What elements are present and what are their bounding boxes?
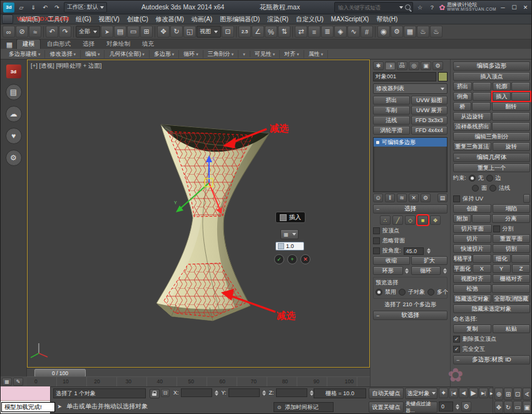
orbit-icon[interactable]: [504, 401, 513, 413]
select-object-icon[interactable]: [101, 26, 113, 38]
pan-icon[interactable]: [494, 401, 503, 413]
extrude-settings-icon[interactable]: [473, 82, 491, 91]
unhide-all-button[interactable]: 全部取消隐藏: [493, 294, 531, 303]
border-mode-icon[interactable]: [405, 215, 416, 225]
gear-icon[interactable]: [6, 150, 22, 166]
select-and-link-icon[interactable]: [3, 26, 15, 38]
redo-icon[interactable]: [52, 3, 62, 12]
bevel-settings-icon[interactable]: [473, 92, 491, 101]
constraint-edge-radio[interactable]: [486, 175, 493, 182]
unlink-selection-icon[interactable]: [16, 26, 28, 38]
group-properties[interactable]: 属性: [304, 50, 328, 58]
hinge-from-edge-button[interactable]: 从边旋转: [453, 112, 491, 121]
ring-button[interactable]: 环形: [373, 266, 403, 275]
current-frame-field[interactable]: 0: [439, 401, 453, 411]
bind-spacewarp-icon[interactable]: [29, 26, 41, 38]
menu-create[interactable]: 创建(C): [123, 15, 152, 24]
caddy-apply-button[interactable]: [287, 254, 297, 264]
full-interactivity-checkbox[interactable]: [453, 346, 460, 353]
modifier-button[interactable]: FFD 4x4x4: [411, 126, 448, 135]
angle-snap-icon[interactable]: [252, 26, 264, 38]
slice-button[interactable]: 切片: [453, 234, 491, 243]
group-align[interactable]: 对齐: [280, 50, 304, 58]
snap-toggle-icon[interactable]: 2.5: [238, 26, 251, 38]
cloud-icon[interactable]: [6, 106, 22, 122]
undo-icon[interactable]: [40, 3, 50, 12]
loop-spinner[interactable]: [442, 268, 448, 274]
play-icon[interactable]: [469, 388, 478, 398]
rectangular-region-icon[interactable]: [127, 26, 140, 38]
grow-button[interactable]: 扩大: [411, 256, 448, 265]
inset-button[interactable]: 插入: [493, 92, 511, 101]
modifier-stack[interactable]: 可编辑多边形: [373, 137, 448, 192]
menu-edit[interactable]: 编辑(E): [16, 15, 44, 24]
time-configuration-icon[interactable]: [461, 401, 471, 411]
hide-unselected-button[interactable]: 隐藏未选定对象: [453, 304, 530, 313]
paste-button[interactable]: 粘贴: [493, 324, 531, 333]
group-loops[interactable]: 循环: [179, 50, 203, 58]
ribbon-toggle-icon[interactable]: [334, 26, 347, 38]
key-filters-button[interactable]: 关键点过滤器...: [405, 401, 437, 413]
auto-key-button[interactable]: 自动关键点: [369, 388, 404, 399]
group-geometry-all[interactable]: 几何体(全部): [105, 50, 149, 58]
chevron-down-icon[interactable]: [399, 6, 403, 9]
view-align-button[interactable]: 视图对齐: [453, 274, 491, 283]
display-tab-icon[interactable]: [421, 61, 431, 70]
relax-settings-icon[interactable]: [492, 284, 530, 293]
select-rotate-icon[interactable]: [170, 26, 183, 38]
3dxy-logo-icon[interactable]: [6, 65, 21, 78]
favorites-icon[interactable]: [415, 3, 425, 12]
rendered-frame-icon[interactable]: [404, 26, 416, 38]
layer-manager-icon[interactable]: [321, 26, 334, 38]
heart-icon[interactable]: [6, 128, 22, 144]
curve-editor-icon[interactable]: [347, 26, 360, 38]
hierarchy-tab-icon[interactable]: [397, 61, 407, 70]
modifier-list-dropdown[interactable]: 修改器列表: [373, 83, 448, 94]
repeat-last-button[interactable]: 重复上一个: [453, 163, 530, 172]
group-edit[interactable]: 编辑: [81, 50, 105, 58]
caddy-mode-dropdown[interactable]: [280, 229, 299, 239]
copy-button[interactable]: 复制: [453, 324, 491, 333]
group-tris[interactable]: 三角剖分: [203, 50, 238, 58]
z-coordinate-field[interactable]: [276, 388, 307, 397]
make-planar-button[interactable]: 平面化: [453, 264, 471, 273]
next-frame-icon[interactable]: [479, 388, 488, 398]
maximize-button[interactable]: [509, 3, 519, 12]
modifier-button[interactable]: FFD 3x3x3: [411, 116, 448, 125]
bridge-button[interactable]: 桥: [453, 102, 471, 111]
maximize-viewport-icon[interactable]: [523, 401, 531, 413]
modify-tab-icon[interactable]: [385, 61, 396, 70]
menu-rendering[interactable]: 渲染(R): [263, 15, 292, 24]
rollout-polygon-material-id[interactable]: 多边形:材质 ID: [453, 355, 530, 365]
spline-settings-icon[interactable]: [492, 122, 530, 131]
tab-object-paint[interactable]: 对象绘制: [101, 39, 136, 49]
shrink-button[interactable]: 收缩: [373, 256, 410, 265]
attach-settings-icon[interactable]: [472, 214, 490, 223]
cut-button[interactable]: 切割: [493, 244, 531, 253]
angle-spinner[interactable]: [426, 248, 432, 254]
redo-icon[interactable]: [59, 26, 71, 38]
preserve-uv-checkbox[interactable]: [453, 195, 460, 202]
menu-views[interactable]: 视图(V): [95, 15, 123, 24]
quickslice-button[interactable]: 快速切片: [453, 244, 491, 253]
modifier-button[interactable]: 法线: [373, 116, 410, 125]
utilities-tab-icon[interactable]: [432, 61, 443, 70]
caddy-amount-field[interactable]: 1.0: [275, 242, 304, 251]
ribbon-menu-icon[interactable]: [3, 40, 16, 49]
field-of-view-icon[interactable]: [523, 388, 531, 400]
remove-modifier-icon[interactable]: [409, 194, 419, 202]
reference-coordinate-dropdown[interactable]: 视图: [197, 26, 221, 38]
meshsmooth-button[interactable]: 网格平滑: [453, 254, 472, 263]
spinner-snap-icon[interactable]: [278, 26, 290, 38]
select-move-icon[interactable]: [157, 26, 170, 38]
planar-y-button[interactable]: Y: [493, 264, 511, 273]
constraint-face-radio[interactable]: [472, 185, 479, 192]
split-checkbox[interactable]: [493, 225, 500, 232]
vertex-mode-icon[interactable]: [380, 215, 391, 225]
loop-button[interactable]: 循环: [411, 266, 441, 275]
menu-modifiers[interactable]: 修改器(M): [152, 15, 188, 24]
undo-icon[interactable]: [46, 26, 58, 38]
perspective-viewport[interactable]: [+] [透视] [明暗处理 + 边面]: [27, 60, 370, 368]
menu-tools[interactable]: 工具(T): [44, 15, 72, 24]
constraint-normal-radio[interactable]: [489, 185, 496, 192]
